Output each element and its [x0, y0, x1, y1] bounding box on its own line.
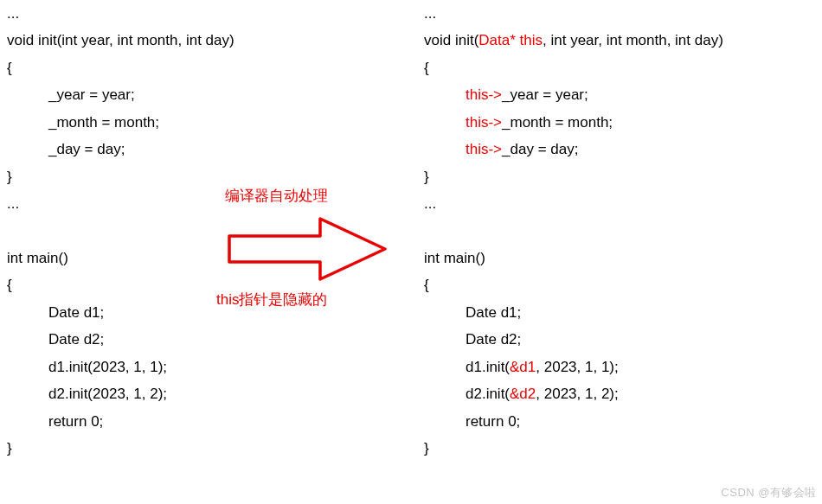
this-param: Data* this [478, 32, 543, 48]
code-text: , int year, int month, int day) [543, 32, 723, 48]
addr-arg: &d2 [510, 386, 536, 402]
addr-arg: &d1 [510, 359, 536, 375]
code-line: _year = year; [7, 81, 405, 108]
code-line: ... [7, 190, 405, 217]
code-text: d2.init( [466, 386, 510, 402]
code-line: return 0; [7, 408, 405, 435]
code-line: this->_day = day; [424, 136, 822, 163]
code-line: { [424, 271, 822, 298]
code-line: ... [424, 0, 822, 27]
code-line: d1.init(2023, 1, 1); [7, 354, 405, 380]
code-line: ... [7, 0, 405, 27]
code-text: _day = day; [502, 141, 578, 157]
code-line: d1.init(&d1, 2023, 1, 1); [424, 354, 822, 380]
code-line: Date d1; [7, 299, 405, 326]
code-line: ... [424, 190, 822, 217]
code-line: { [424, 54, 822, 81]
code-text: , 2023, 1, 2); [536, 386, 618, 402]
right-code-block: ... void init(Data* this, int year, int … [424, 0, 822, 462]
code-line: d2.init(&d2, 2023, 1, 2); [424, 380, 822, 407]
code-text: d1.init( [466, 359, 510, 375]
code-line: _month = month; [7, 109, 405, 136]
code-line: } [424, 435, 822, 462]
code-line: return 0; [424, 408, 822, 435]
code-line: void init(Data* this, int year, int mont… [424, 27, 822, 54]
code-line: Date d2; [7, 326, 405, 353]
code-text: , 2023, 1, 1); [536, 359, 618, 375]
code-line: d2.init(2023, 1, 2); [7, 380, 405, 407]
annotation-bottom: this指针是隐藏的 [216, 290, 327, 309]
this-pointer: this-> [466, 141, 502, 157]
code-line: { [7, 54, 405, 81]
code-line: void init(int year, int month, int day) [7, 27, 405, 54]
this-pointer: this-> [466, 114, 502, 131]
code-line: int main() [424, 245, 822, 271]
annotation-top: 编译器自动处理 [225, 186, 328, 206]
code-text: _year = year; [502, 86, 588, 103]
code-line: this->_year = year; [424, 81, 822, 108]
code-text: _month = month; [502, 114, 613, 131]
code-line: Date d1; [424, 299, 822, 326]
code-line: } [424, 163, 822, 190]
code-line: Date d2; [424, 326, 822, 353]
code-text: void init( [424, 32, 478, 48]
code-line: _day = day; [7, 136, 405, 163]
arrow-icon [225, 214, 389, 284]
code-line: this->_month = month; [424, 109, 822, 136]
this-pointer: this-> [466, 86, 502, 103]
code-line: } [7, 435, 405, 462]
watermark: CSDN @有够会啦 [721, 485, 817, 501]
code-line: } [7, 163, 405, 190]
blank-line [424, 218, 822, 245]
